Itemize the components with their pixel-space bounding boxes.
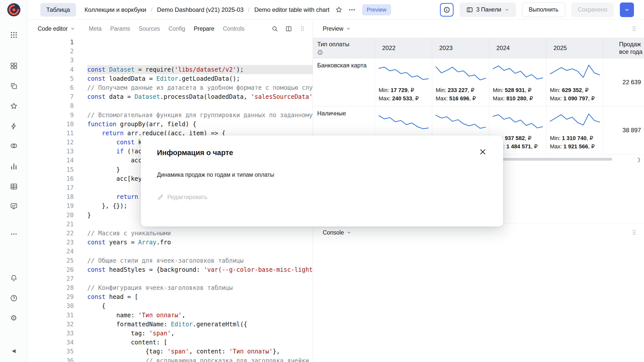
- breadcrumb-separator: /: [151, 6, 152, 13]
- modal-description: Динамика продаж по годам и типам оплаты: [157, 171, 487, 178]
- sparkline-cell: Min: 629 352, ₽Max: 1 090 797, ₽: [546, 58, 603, 106]
- chevron-down-icon: [346, 26, 351, 31]
- chevron-down-icon: [70, 26, 75, 31]
- sparkline-cell: Min: 528 931, ₽Max: 810 280, ₽: [489, 58, 546, 106]
- pencil-icon: [157, 194, 164, 201]
- apps-grid-icon[interactable]: [8, 29, 19, 40]
- sparkline-cell: Min: 233 227, ₽Max: 516 696, ₽: [432, 58, 489, 106]
- panels-button-label: 3 Панели: [476, 6, 501, 13]
- datalens-logo[interactable]: [7, 3, 20, 16]
- entity-tab-table[interactable]: Таблица: [40, 3, 76, 17]
- editor-title-label: Code editor: [38, 25, 68, 32]
- topbar-actions: 3 Панели Выполнить Сохранено: [440, 3, 634, 17]
- console-title-label: Console: [323, 229, 344, 236]
- connections-icon[interactable]: [8, 121, 19, 132]
- preview-badge: Preview: [362, 4, 391, 15]
- editor-gutter: 1234567891011121314151617181920212223242…: [28, 38, 85, 362]
- sparkline-cell: Min: 1 310 740, ₽Max: 1 921 566, ₽: [546, 106, 603, 154]
- row-total: 38 897: [603, 106, 644, 154]
- drag-handle-icon[interactable]: [631, 25, 637, 32]
- tab-params[interactable]: Params: [110, 25, 130, 32]
- chevron-down-icon: [624, 7, 630, 13]
- editor-tools: [271, 25, 306, 32]
- row-label: Банковская карта: [313, 58, 375, 106]
- chevron-down-icon: [504, 7, 509, 12]
- charts-icon[interactable]: [8, 161, 19, 172]
- panels-layout-button[interactable]: 3 Панели: [460, 3, 516, 17]
- editor-tabs: Meta Params Sources Config Prepare Contr…: [89, 25, 245, 32]
- year-column-header: 2022: [375, 38, 432, 58]
- table-header-row: Тип оплаты 2022202320242025 Продаж все г…: [313, 38, 644, 58]
- tables-icon[interactable]: [8, 181, 19, 192]
- modal-title: Информация о чарте: [157, 149, 233, 157]
- year-column-header: 2025: [546, 38, 603, 58]
- info-icon: [443, 6, 450, 13]
- table-row: Банковская картаMin: 17 729, ₽Max: 240 5…: [313, 58, 644, 106]
- tab-meta[interactable]: Meta: [89, 25, 102, 32]
- sparkline-chart: [493, 61, 543, 85]
- edit-button[interactable]: Редактировать: [157, 194, 487, 201]
- drag-handle-icon[interactable]: [631, 229, 637, 236]
- year-column-header: 2024: [489, 38, 546, 58]
- panels-icon: [466, 6, 473, 13]
- editor-header: Code editor Meta Params Sources Config P…: [28, 20, 313, 38]
- sparkline-cell: Min: 17 729, ₽Max: 240 533, ₽: [375, 58, 432, 106]
- preview-title-dropdown[interactable]: Preview: [323, 25, 351, 32]
- breadcrumb-workbook[interactable]: Demo Dashboard (v21) 2025-03: [157, 6, 244, 13]
- edit-button-label: Редактировать: [167, 194, 207, 201]
- breadcrumb-current-entry[interactable]: Demo editor table with chart: [254, 6, 330, 13]
- breadcrumb-collections[interactable]: Коллекции и воркбуки: [85, 6, 146, 13]
- tooltip-info-icon[interactable]: [317, 50, 323, 55]
- top-bar: Таблица Коллекции и воркбуки / Demo Dash…: [28, 0, 644, 20]
- tab-sources[interactable]: Sources: [139, 25, 160, 32]
- favorite-star-icon[interactable]: [335, 6, 343, 14]
- tab-config[interactable]: Config: [169, 25, 185, 32]
- sparkline-chart: [550, 109, 600, 133]
- left-rail: ⚙ ◀: [0, 0, 28, 362]
- year-column-header: 2023: [432, 38, 489, 58]
- save-dropdown-button[interactable]: [620, 3, 634, 17]
- run-button[interactable]: Выполнить: [522, 3, 565, 17]
- total-header-line1: Продаж: [619, 40, 644, 48]
- row-total: 22 639: [603, 58, 644, 106]
- sparkline-chart: [436, 109, 486, 133]
- entry-more-icon[interactable]: [348, 6, 356, 14]
- settings-gear-icon[interactable]: ⚙: [8, 312, 19, 323]
- collections-icon[interactable]: [8, 80, 19, 92]
- payment-type-header-label: Тип оплаты: [317, 41, 349, 48]
- close-icon[interactable]: [478, 148, 487, 156]
- sparkline-chart: [436, 61, 486, 85]
- notifications-bell-icon[interactable]: [8, 273, 19, 284]
- chevron-down-icon: [346, 230, 351, 235]
- datasets-icon[interactable]: [8, 140, 19, 151]
- chart-info-modal: Информация о чарте Динамика продаж по го…: [141, 135, 503, 227]
- search-icon[interactable]: [271, 25, 278, 32]
- breadcrumb-separator: /: [248, 6, 250, 13]
- console-title-dropdown[interactable]: Console: [323, 229, 351, 236]
- widgets-icon[interactable]: [8, 60, 19, 71]
- breadcrumb: Коллекции и воркбуки / Demo Dashboard (v…: [85, 6, 330, 13]
- modal-header: Информация о чарте: [157, 149, 487, 157]
- favorites-icon[interactable]: [8, 101, 19, 112]
- total-header-line2: все года: [619, 48, 644, 56]
- sparkline-chart: [379, 61, 429, 85]
- split-view-icon[interactable]: [285, 25, 292, 32]
- collapse-sidebar-icon[interactable]: ◀: [8, 345, 19, 356]
- drag-handle-icon[interactable]: [299, 25, 306, 32]
- saved-button[interactable]: Сохранено: [571, 3, 614, 17]
- sparkline-chart: [493, 109, 543, 133]
- editor-title-dropdown[interactable]: Code editor: [38, 25, 75, 32]
- more-icon[interactable]: [8, 229, 19, 240]
- chart-info-button[interactable]: [440, 3, 454, 17]
- payment-type-column-header: Тип оплаты: [313, 38, 375, 58]
- dashboards-icon[interactable]: [8, 201, 19, 212]
- preview-title-label: Preview: [323, 25, 343, 32]
- sparkline-chart: [379, 109, 429, 133]
- tab-controls[interactable]: Controls: [223, 25, 245, 32]
- total-column-header: Продаж все года: [603, 38, 644, 58]
- tab-prepare[interactable]: Prepare: [194, 25, 214, 32]
- scroll-right-icon[interactable]: ❯: [637, 157, 641, 162]
- preview-header: Preview: [313, 20, 644, 38]
- help-icon[interactable]: [8, 293, 19, 304]
- sparkline-chart: [550, 61, 600, 85]
